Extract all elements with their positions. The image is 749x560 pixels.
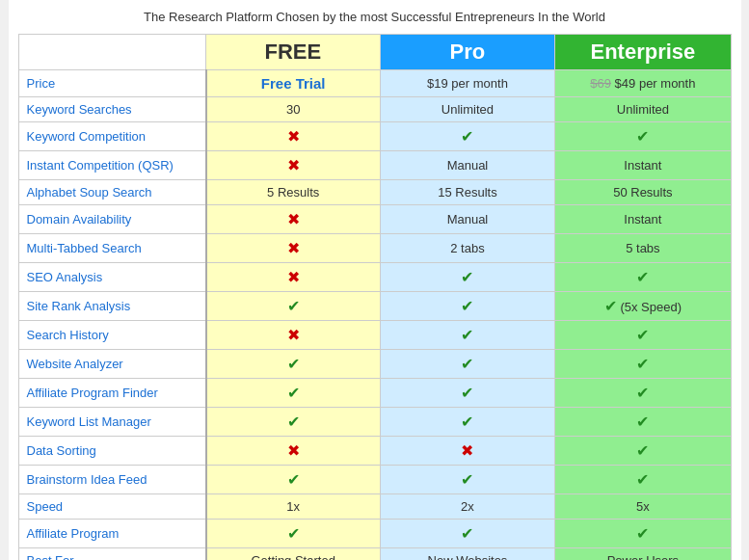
table-cell: ✔ bbox=[380, 263, 555, 292]
table-cell: 2x bbox=[380, 494, 555, 520]
table-cell: 1x bbox=[206, 494, 380, 520]
feature-label: Instant Competition (QSR) bbox=[18, 151, 206, 180]
check-icon: ✔ bbox=[287, 413, 300, 430]
cross-icon: ✖ bbox=[287, 269, 300, 285]
feature-label: Affiliate Program Finder bbox=[18, 379, 206, 408]
table-cell: ✔ bbox=[206, 350, 380, 379]
cross-icon: ✖ bbox=[287, 128, 300, 145]
table-cell: 5x bbox=[555, 494, 731, 520]
feature-label: Domain Availability bbox=[18, 205, 206, 234]
feature-label: Speed bbox=[18, 494, 206, 520]
table-cell: ✔ bbox=[206, 466, 380, 494]
table-cell: ✔ bbox=[555, 122, 731, 151]
cross-icon: ✖ bbox=[287, 157, 300, 173]
table-cell: ✖ bbox=[206, 122, 380, 151]
table-cell: ✖ bbox=[206, 437, 380, 466]
table-cell: ✔ bbox=[380, 292, 555, 321]
feature-label: Keyword Searches bbox=[18, 97, 206, 122]
feature-label: Keyword Competition bbox=[18, 122, 206, 151]
check-icon: ✔ bbox=[287, 471, 300, 488]
check-icon: ✔ bbox=[636, 442, 649, 459]
check-icon: ✔ bbox=[461, 128, 473, 145]
table-cell: ✔ bbox=[380, 122, 555, 151]
table-cell: ✔ bbox=[380, 350, 555, 379]
pro-header: Pro bbox=[380, 35, 555, 70]
table-cell: 2 tabs bbox=[380, 234, 555, 263]
feature-label: Data Sorting bbox=[18, 437, 206, 466]
price-free: Free Trial bbox=[206, 70, 380, 97]
cross-icon: ✖ bbox=[287, 240, 300, 256]
check-icon: ✔ bbox=[604, 298, 617, 314]
table-cell: Manual bbox=[380, 205, 555, 234]
table-cell: ✔ bbox=[555, 263, 731, 292]
table-cell: ✖ bbox=[206, 321, 380, 350]
table-cell: Unlimited bbox=[555, 97, 731, 122]
feature-label: SEO Analysis bbox=[18, 263, 206, 292]
feature-label: Website Analyzer bbox=[18, 350, 206, 379]
feature-label: Best For bbox=[18, 548, 206, 561]
table-cell: 5 tabs bbox=[555, 234, 731, 263]
free-header: FREE bbox=[206, 35, 380, 70]
price-enterprise: $69 $49 per month bbox=[555, 70, 731, 97]
cross-icon: ✖ bbox=[461, 442, 473, 459]
table-cell: Power Users bbox=[555, 548, 731, 561]
page-title: The Research Platform Chosen by the most… bbox=[18, 10, 732, 24]
check-icon: ✔ bbox=[461, 471, 473, 488]
check-icon: ✔ bbox=[636, 128, 649, 145]
table-cell: ✖ bbox=[206, 263, 380, 292]
check-icon: ✔ bbox=[461, 356, 473, 372]
price-pro: $19 per month bbox=[380, 70, 555, 97]
table-cell: ✖ bbox=[206, 205, 380, 234]
table-cell: ✔ bbox=[555, 408, 731, 437]
table-cell: ✖ bbox=[206, 234, 380, 263]
table-cell: ✔ bbox=[555, 437, 731, 466]
feature-label: Multi-Tabbed Search bbox=[18, 234, 206, 263]
table-cell: Instant bbox=[555, 205, 731, 234]
check-icon: ✔ bbox=[636, 413, 649, 430]
check-icon: ✔ bbox=[636, 385, 649, 401]
check-icon: ✔ bbox=[461, 327, 473, 343]
feature-label: Price bbox=[18, 70, 206, 97]
feature-label: Brainstorm Idea Feed bbox=[18, 466, 206, 494]
table-cell: ✔ bbox=[555, 379, 731, 408]
table-cell: ✖ bbox=[380, 437, 555, 466]
table-cell: ✔ bbox=[555, 520, 731, 548]
check-icon: ✔ bbox=[461, 269, 473, 285]
check-icon: ✔ bbox=[287, 385, 300, 401]
table-cell: Manual bbox=[380, 151, 555, 180]
old-price: $69 bbox=[590, 76, 611, 91]
table-cell: ✔ bbox=[206, 379, 380, 408]
table-cell: ✔ bbox=[380, 321, 555, 350]
check-icon: ✔ bbox=[636, 471, 649, 488]
table-cell: ✔ bbox=[555, 466, 731, 494]
check-icon: ✔ bbox=[461, 525, 473, 542]
cross-icon: ✖ bbox=[287, 211, 300, 227]
feature-label: Site Rank Analysis bbox=[18, 292, 206, 321]
table-cell: ✔ bbox=[206, 408, 380, 437]
table-cell: ✔ bbox=[380, 408, 555, 437]
table-cell: ✔ bbox=[380, 379, 555, 408]
check-icon: ✔ bbox=[636, 269, 649, 285]
table-cell: 30 bbox=[206, 97, 380, 122]
check-icon: ✔ bbox=[636, 525, 649, 542]
feature-header bbox=[18, 35, 206, 70]
table-cell: ✔ bbox=[206, 292, 380, 321]
feature-label: Affiliate Program bbox=[18, 520, 206, 548]
check-icon: ✔ bbox=[636, 327, 649, 343]
table-cell: New Websites bbox=[380, 548, 555, 561]
pricing-table: FREE Pro Enterprise Price Free Trial $19… bbox=[18, 34, 732, 560]
table-cell: ✔ bbox=[206, 520, 380, 548]
check-icon: ✔ bbox=[461, 298, 473, 314]
check-icon: ✔ bbox=[461, 385, 473, 401]
table-cell: ✔ bbox=[380, 520, 555, 548]
check-icon: ✔ bbox=[287, 298, 300, 314]
feature-label: Search History bbox=[18, 321, 206, 350]
cross-icon: ✖ bbox=[287, 442, 300, 459]
table-cell: Getting Started bbox=[206, 548, 380, 561]
check-icon: ✔ bbox=[636, 356, 649, 372]
table-cell: ✔ bbox=[555, 350, 731, 379]
feature-label: Alphabet Soup Search bbox=[18, 180, 206, 205]
table-cell: Unlimited bbox=[380, 97, 555, 122]
table-cell: Instant bbox=[555, 151, 731, 180]
table-cell: ✔ (5x Speed) bbox=[555, 292, 731, 321]
